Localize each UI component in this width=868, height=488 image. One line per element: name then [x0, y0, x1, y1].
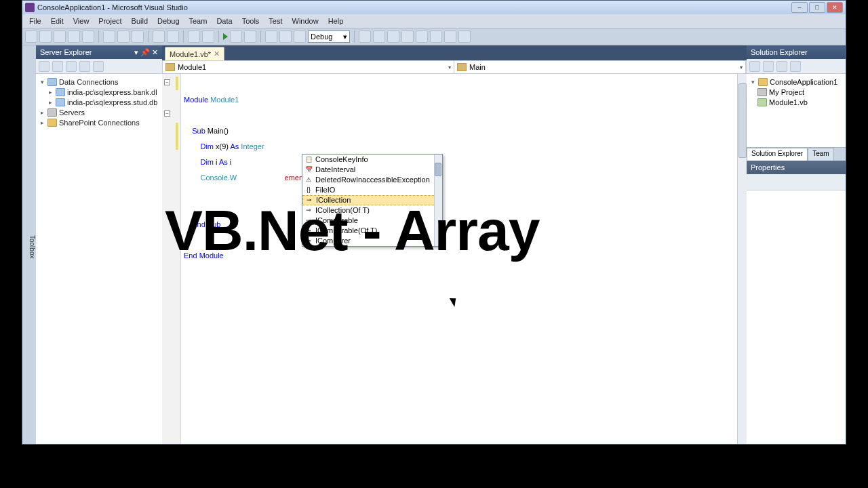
menu-tools[interactable]: Tools [238, 16, 264, 26]
window-title: ConsoleApplication1 - Microsoft Visual S… [37, 3, 791, 12]
properties-title: Properties [751, 163, 785, 171]
tb-extra-3[interactable] [387, 30, 399, 43]
menu-edit[interactable]: Edit [47, 16, 68, 26]
menu-build[interactable]: Build [127, 16, 152, 26]
module-file-node[interactable]: Module1.vb [748, 97, 844, 107]
menu-project[interactable]: Project [94, 16, 125, 26]
video-overlay-title: VB.Net - Array [165, 198, 539, 264]
step-over-button[interactable] [279, 30, 292, 43]
panel-dropdown-icon[interactable]: ▾ [134, 48, 138, 57]
tb-extra-7[interactable] [444, 30, 456, 43]
sol-props-button[interactable] [790, 61, 801, 72]
properties-toolbar [747, 174, 846, 190]
step-into-button[interactable] [265, 30, 277, 43]
redo-button[interactable] [167, 30, 179, 43]
maximize-button[interactable]: □ [809, 2, 825, 13]
break-button[interactable] [230, 30, 242, 43]
properties-grid[interactable] [747, 190, 846, 444]
menu-window[interactable]: Window [288, 16, 323, 26]
minimize-button[interactable]: – [791, 2, 808, 13]
toolbar-separator [260, 30, 261, 43]
sol-home-button[interactable] [749, 61, 760, 72]
panel-pin-icon[interactable]: 📌 [140, 48, 150, 57]
open-button[interactable] [54, 30, 66, 43]
add-item-button[interactable] [39, 30, 52, 43]
sol-refresh-button[interactable] [763, 61, 774, 72]
tb-extra-8[interactable] [458, 30, 471, 43]
server-icon [47, 108, 57, 117]
tb-extra-6[interactable] [430, 30, 442, 43]
toolbox-tab[interactable]: Toolbox [22, 45, 36, 444]
scrollbar-thumb[interactable] [738, 83, 747, 158]
outline-toggle[interactable]: − [164, 79, 170, 85]
db-icon [56, 98, 65, 106]
menu-debug[interactable]: Debug [153, 16, 183, 26]
properties-header: Properties [747, 161, 846, 174]
tree-item-data-connections[interactable]: ▾Data Connections [37, 77, 161, 87]
doc-tab-module1[interactable]: Module1.vb* ✕ [165, 47, 224, 60]
member-combo[interactable]: Main▾ [454, 61, 746, 73]
se-extra-button[interactable] [93, 61, 104, 72]
server-explorer-tree: ▾Data Connections ▸india-pc\sqlexpress.b… [36, 74, 162, 444]
toolbar-separator [148, 30, 149, 43]
menu-test[interactable]: Test [264, 16, 286, 26]
undo-button[interactable] [153, 30, 165, 43]
menu-data[interactable]: Data [212, 16, 236, 26]
se-connect-button[interactable] [66, 61, 77, 72]
close-button[interactable]: ✕ [827, 2, 843, 13]
panel-close-icon[interactable]: ✕ [152, 48, 158, 57]
menu-file[interactable]: File [25, 16, 45, 26]
tab-solution-explorer[interactable]: Solution Explorer [747, 148, 808, 161]
menu-view[interactable]: View [69, 16, 94, 26]
paste-button[interactable] [132, 30, 144, 43]
doc-tab-close-icon[interactable]: ✕ [214, 49, 220, 58]
stop-button[interactable] [244, 30, 256, 43]
db-folder-icon [47, 78, 57, 86]
mouse-cursor-icon [452, 296, 460, 307]
save-button[interactable] [68, 30, 80, 43]
tb-extra-2[interactable] [373, 30, 385, 43]
tb-extra-1[interactable] [359, 30, 371, 43]
copy-button[interactable] [117, 30, 130, 43]
change-marker [176, 123, 178, 150]
tree-item-bank-db[interactable]: ▸india-pc\sqlexpress.bank.dl [37, 87, 161, 97]
se-refresh-button[interactable] [39, 61, 50, 72]
menu-team[interactable]: Team [185, 16, 212, 26]
server-explorer-header: Server Explorer ▾ 📌 ✕ [36, 45, 162, 59]
main-toolbar: Debug▾ [22, 28, 846, 45]
vs-logo-icon [25, 3, 35, 12]
scrollbar-thumb[interactable] [435, 163, 441, 176]
window-buttons: – □ ✕ [791, 2, 843, 13]
change-marker [176, 77, 178, 90]
se-add-button[interactable] [79, 61, 90, 72]
project-node[interactable]: ▾ConsoleApplication1 [748, 77, 844, 87]
cut-button[interactable] [103, 30, 115, 43]
step-out-button[interactable] [294, 30, 306, 43]
toolbar-separator [354, 30, 355, 43]
myproject-node[interactable]: My Project [748, 87, 844, 97]
method-icon [457, 63, 467, 71]
outline-toggle[interactable]: − [164, 110, 170, 117]
module-icon [165, 63, 175, 71]
sol-showall-button[interactable] [776, 61, 787, 72]
navigation-bar: Module1▾ Main▾ [162, 60, 747, 74]
tb-extra-5[interactable] [416, 30, 428, 43]
nav-fwd-button[interactable] [202, 30, 214, 43]
save-all-button[interactable] [82, 30, 94, 43]
menu-help[interactable]: Help [324, 16, 348, 26]
se-stop-button[interactable] [52, 61, 63, 72]
tree-item-sharepoint[interactable]: ▸SharePoint Connections [37, 117, 161, 127]
tree-item-servers[interactable]: ▸Servers [37, 107, 161, 117]
toolbar-separator [98, 30, 99, 43]
solution-toolbar [747, 59, 846, 74]
nav-back-button[interactable] [188, 30, 200, 43]
tree-item-stud-db[interactable]: ▸india-pc\sqlexpress.stud.db [37, 97, 161, 107]
tab-team[interactable]: Team [808, 148, 833, 161]
tb-extra-4[interactable] [401, 30, 414, 43]
editor-scrollbar[interactable] [737, 74, 747, 444]
vb-file-icon [757, 98, 767, 106]
start-debug-button[interactable] [223, 33, 228, 40]
config-combo[interactable]: Debug▾ [308, 30, 350, 43]
new-project-button[interactable] [25, 30, 37, 43]
type-combo[interactable]: Module1▾ [163, 61, 454, 73]
